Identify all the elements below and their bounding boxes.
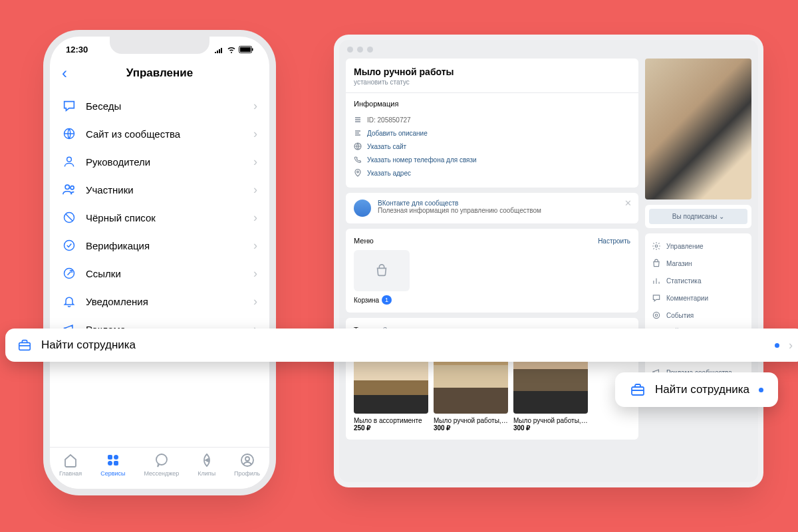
product-title: Мыло в ассортименте xyxy=(354,417,428,424)
gear-icon xyxy=(652,241,661,251)
check-circle-icon xyxy=(62,238,76,253)
shop-icon xyxy=(652,259,661,268)
set-status-link[interactable]: установить статус xyxy=(354,78,630,86)
chevron-down-icon: ⌄ xyxy=(719,213,724,220)
find-employee-label: Найти сотрудника xyxy=(655,383,749,396)
add-phone-link[interactable]: Указать номер телефона для связи xyxy=(354,153,630,166)
svg-point-22 xyxy=(655,314,658,317)
svg-rect-17 xyxy=(19,342,31,350)
sidebar-menu: Управление Магазин Статистика Комментари… xyxy=(645,233,751,385)
menu-item-label: Руководители xyxy=(86,156,244,168)
community-title: Мыло ручной работы xyxy=(354,66,630,77)
block-icon xyxy=(62,210,76,225)
find-employee-item-desktop[interactable]: Найти сотрудника xyxy=(615,372,778,407)
tab-Сервисы[interactable]: Сервисы xyxy=(100,452,125,477)
svg-rect-10 xyxy=(108,455,112,460)
sidebar-item[interactable]: События xyxy=(645,307,751,324)
tab-label: Главная xyxy=(59,470,82,477)
browser-window: Мыло ручной работы установить статус Инф… xyxy=(339,40,758,482)
cart-count: 1 xyxy=(382,295,392,305)
tab-Профиль[interactable]: Профиль xyxy=(234,452,260,477)
cart-tile[interactable] xyxy=(354,250,410,291)
menu-section: Меню Настроить Корзина 1 xyxy=(346,229,638,313)
menu-item-label: Участники xyxy=(86,184,244,196)
tab-label: Клипы xyxy=(198,470,215,477)
menu-configure-link[interactable]: Настроить xyxy=(598,237,630,245)
menu-item[interactable]: Руководители› xyxy=(50,148,269,176)
services-icon xyxy=(104,452,122,469)
notification-dot xyxy=(775,343,779,348)
tab-label: Сервисы xyxy=(100,470,125,477)
svg-point-16 xyxy=(245,457,249,461)
sidebar-item-label: Статистика xyxy=(666,277,702,285)
svg-rect-13 xyxy=(114,461,118,466)
add-address-link[interactable]: Указать адрес xyxy=(354,166,630,180)
phone-mockup: 12:30 ‹ Управление Беседы›Сайт из сообще… xyxy=(50,37,269,489)
add-description-link[interactable]: Добавить описание xyxy=(354,126,630,140)
community-header-card: Мыло ручной работы установить статус Инф… xyxy=(346,59,638,188)
svg-rect-1 xyxy=(240,47,251,52)
tab-Главная[interactable]: Главная xyxy=(59,452,82,477)
menu-item[interactable]: Сайт из сообщества› xyxy=(50,120,269,148)
page-title: Управление xyxy=(50,66,269,80)
chevron-right-icon: › xyxy=(253,127,257,141)
status-icons xyxy=(214,46,253,53)
product-title: Мыло ручной работы, а... xyxy=(513,417,588,424)
menu-item-label: Беседы xyxy=(86,100,244,112)
traffic-light[interactable] xyxy=(357,47,363,53)
calendar-icon xyxy=(652,311,661,320)
sidebar-item-label: Управление xyxy=(666,243,704,250)
browser-chrome xyxy=(339,40,758,59)
home-icon xyxy=(62,452,79,469)
menu-item[interactable]: Чёрный список› xyxy=(50,203,269,231)
banner-avatar xyxy=(354,200,371,217)
sidebar-item[interactable]: Статистика xyxy=(645,272,751,289)
cart-label: Корзина xyxy=(354,297,379,304)
sidebar-item[interactable]: Магазин xyxy=(645,255,751,272)
sidebar-item-label: Магазин xyxy=(666,260,692,267)
subscribe-button[interactable]: Вы подписаны ⌄ xyxy=(649,209,747,224)
sidebar-item[interactable]: Управление xyxy=(645,237,751,255)
tab-Клипы[interactable]: Клипы xyxy=(198,452,215,477)
add-site-link[interactable]: Указать сайт xyxy=(354,140,630,153)
menu-item-label: Уведомления xyxy=(86,296,244,307)
product-price: 300 ₽ xyxy=(434,424,508,432)
tab-Мессенджер[interactable]: Мессенджер xyxy=(144,452,179,477)
menu-item-label: Ссылки xyxy=(86,268,244,279)
product-price: 250 ₽ xyxy=(354,424,428,432)
svg-rect-11 xyxy=(114,455,118,460)
find-employee-item[interactable]: Найти сотрудника › xyxy=(5,329,798,362)
bell-icon xyxy=(62,294,76,309)
sidebar-item-label: Комментарии xyxy=(666,295,708,302)
community-photo[interactable] xyxy=(645,59,751,200)
chevron-right-icon: › xyxy=(253,239,257,253)
profile-icon xyxy=(239,452,256,469)
notification-dot xyxy=(759,388,763,392)
menu-item[interactable]: Верификация› xyxy=(50,231,269,259)
menu-item[interactable]: Ссылки› xyxy=(50,259,269,287)
svg-point-21 xyxy=(653,312,659,318)
close-icon[interactable]: ✕ xyxy=(624,198,632,208)
svg-point-6 xyxy=(70,186,74,190)
sidebar-item-label: События xyxy=(666,312,694,319)
menu-item[interactable]: Участники› xyxy=(50,176,269,203)
chat-icon xyxy=(62,98,76,113)
menu-item[interactable]: Уведомления› xyxy=(50,287,269,315)
info-banner[interactable]: ВКонтакте для сообществ Полезная информа… xyxy=(346,193,638,223)
globe-icon xyxy=(62,126,76,141)
briefcase-icon xyxy=(630,382,646,398)
list-icon xyxy=(354,116,362,124)
traffic-light[interactable] xyxy=(347,47,353,53)
traffic-light[interactable] xyxy=(367,47,373,53)
sidebar-item[interactable]: Комментарии xyxy=(645,289,751,307)
chevron-right-icon: › xyxy=(789,338,793,352)
svg-rect-25 xyxy=(632,387,644,395)
chevron-right-icon: › xyxy=(253,183,257,197)
menu-list: Беседы›Сайт из сообщества›Руководители›У… xyxy=(50,92,269,343)
menu-item[interactable]: Беседы› xyxy=(50,92,269,120)
product-price: 300 ₽ xyxy=(513,424,588,432)
phone-header: ‹ Управление xyxy=(50,55,269,92)
chevron-right-icon: › xyxy=(253,99,257,113)
svg-point-19 xyxy=(357,171,359,173)
text-icon xyxy=(354,129,362,137)
